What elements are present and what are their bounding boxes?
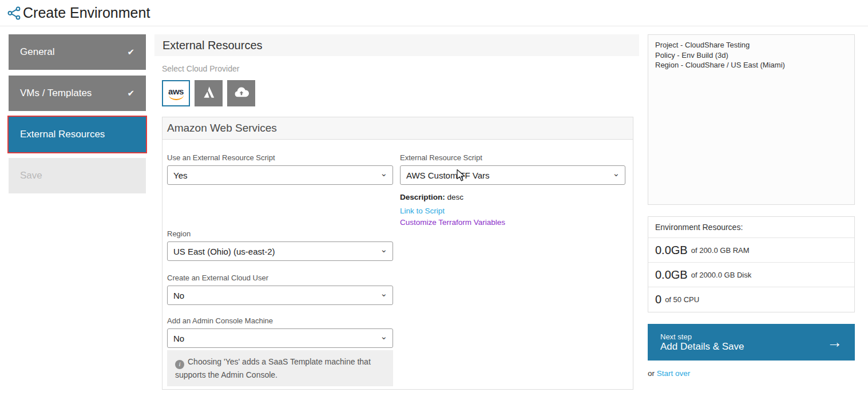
select-value: No	[173, 291, 184, 300]
provider-other-cloud-button[interactable]	[227, 80, 255, 106]
admin-console-label: Add an Admin Console Machine	[167, 316, 393, 325]
description-label: Description:	[400, 193, 445, 201]
use-script-select[interactable]: Yes ⌄	[167, 165, 393, 185]
summary-project: Project - CloudShare Testing	[655, 40, 847, 50]
form-left-column: Use an External Resource Script Yes ⌄ Re…	[167, 153, 393, 386]
wizard-steps: General ✔ VMs / Templates ✔ External Res…	[9, 34, 146, 199]
resources-title: Environment Resources:	[648, 217, 854, 238]
admin-console-select[interactable]: No ⌄	[167, 328, 393, 348]
step-save: Save	[9, 158, 146, 193]
cloud-user-select[interactable]: No ⌄	[167, 286, 393, 305]
or-text: or	[648, 369, 655, 378]
chevron-down-icon: ⌄	[380, 244, 387, 255]
page-title: Create Environment	[23, 5, 150, 21]
cloud-provider-buttons: aws	[162, 80, 639, 106]
chevron-down-icon: ⌄	[612, 168, 620, 179]
next-step-text: Next step Add Details & Save	[660, 332, 744, 352]
aws-panel-body: Use an External Resource Script Yes ⌄ Re…	[162, 140, 633, 389]
cpu-total: of 50 CPU	[665, 295, 699, 304]
provider-aws-button[interactable]: aws	[162, 80, 190, 106]
field-use-script: Use an External Resource Script Yes ⌄	[167, 153, 393, 185]
field-script: External Resource Script AWS Custom TF V…	[400, 153, 625, 185]
description-value: desc	[447, 193, 464, 201]
region-select[interactable]: US East (Ohio) (us-east-2) ⌄	[167, 241, 393, 261]
cpu-used: 0	[655, 293, 661, 306]
start-over-line: or Start over	[648, 369, 855, 378]
resource-row-ram: 0.0GB of 200.0 GB RAM	[648, 238, 854, 263]
environment-summary: Project - CloudShare Testing Policy - En…	[648, 34, 855, 205]
main-content: External Resources Select Cloud Provider…	[154, 34, 639, 390]
cloud-icon	[233, 84, 250, 103]
disk-total: of 2000.0 GB Disk	[691, 271, 752, 279]
section-header: External Resources	[154, 34, 639, 56]
check-icon: ✔	[127, 88, 134, 98]
ram-total: of 200.0 GB RAM	[691, 246, 750, 255]
step-label: General	[20, 46, 54, 58]
cloud-provider-label: Select Cloud Provider	[162, 64, 639, 73]
arrow-right-icon: →	[827, 335, 842, 350]
select-value: US East (Ohio) (us-east-2)	[173, 247, 275, 256]
field-region: Region US East (Ohio) (us-east-2) ⌄	[167, 229, 393, 261]
link-to-script[interactable]: Link to Script	[400, 207, 625, 215]
script-select[interactable]: AWS Custom TF Vars ⌄	[400, 165, 625, 185]
summary-policy: Policy - Env Build (3d)	[655, 50, 847, 61]
step-label: VMs / Templates	[20, 88, 92, 99]
script-description: Description: desc	[400, 193, 625, 201]
admin-console-info-note: iChoosing 'Yes' adds a SaaS Template mac…	[167, 350, 393, 386]
azure-icon	[201, 85, 216, 102]
chevron-down-icon: ⌄	[380, 288, 387, 299]
section-title: External Resources	[162, 39, 263, 52]
info-note-text: Choosing 'Yes' adds a SaaS Template mach…	[175, 357, 371, 379]
app-header: Create Environment	[0, 0, 868, 26]
aws-smile-icon	[169, 95, 184, 100]
disk-used: 0.0GB	[655, 268, 688, 282]
cloud-user-label: Create an External Cloud User	[167, 274, 393, 282]
region-label: Region	[167, 229, 393, 238]
provider-azure-button[interactable]	[195, 80, 223, 106]
aws-panel: Amazon Web Services Use an External Reso…	[162, 117, 633, 390]
step-vms-templates[interactable]: VMs / Templates ✔	[9, 76, 146, 111]
resource-row-cpu: 0 of 50 CPU	[648, 287, 854, 312]
summary-region: Region - CloudShare / US East (Miami)	[655, 60, 847, 70]
form-right-column: External Resource Script AWS Custom TF V…	[400, 153, 625, 227]
start-over-link[interactable]: Start over	[657, 369, 691, 378]
step-external-resources[interactable]: External Resources	[9, 117, 146, 152]
next-step-button[interactable]: Next step Add Details & Save →	[648, 324, 855, 361]
step-general[interactable]: General ✔	[9, 34, 146, 70]
field-cloud-user: Create an External Cloud User No ⌄	[167, 274, 393, 305]
ram-used: 0.0GB	[655, 244, 688, 257]
right-sidebar: Project - CloudShare Testing Policy - En…	[648, 34, 855, 378]
chevron-down-icon: ⌄	[380, 331, 387, 342]
customize-terraform-variables-link[interactable]: Customize Terraform Variables	[400, 218, 625, 227]
aws-logo: aws	[168, 87, 184, 96]
create-environment-page: Create Environment General ✔ VMs / Templ…	[0, 0, 868, 404]
select-value: Yes	[173, 171, 187, 180]
aws-panel-title: Amazon Web Services	[162, 117, 633, 140]
info-icon: i	[175, 360, 184, 369]
step-label: External Resources	[20, 129, 105, 140]
field-admin-console: Add an Admin Console Machine No ⌄	[167, 316, 393, 348]
select-value: AWS Custom TF Vars	[406, 171, 490, 180]
script-label: External Resource Script	[400, 153, 625, 162]
chevron-down-icon: ⌄	[380, 168, 387, 179]
use-script-label: Use an External Resource Script	[167, 153, 393, 162]
next-step-label: Add Details & Save	[660, 341, 744, 352]
select-value: No	[173, 334, 184, 343]
resource-row-disk: 0.0GB of 2000.0 GB Disk	[648, 263, 854, 287]
next-step-eyebrow: Next step	[660, 332, 744, 341]
share-network-icon	[7, 6, 22, 21]
check-icon: ✔	[127, 47, 134, 57]
step-label: Save	[20, 170, 42, 181]
environment-resources: Environment Resources: 0.0GB of 200.0 GB…	[648, 216, 855, 312]
